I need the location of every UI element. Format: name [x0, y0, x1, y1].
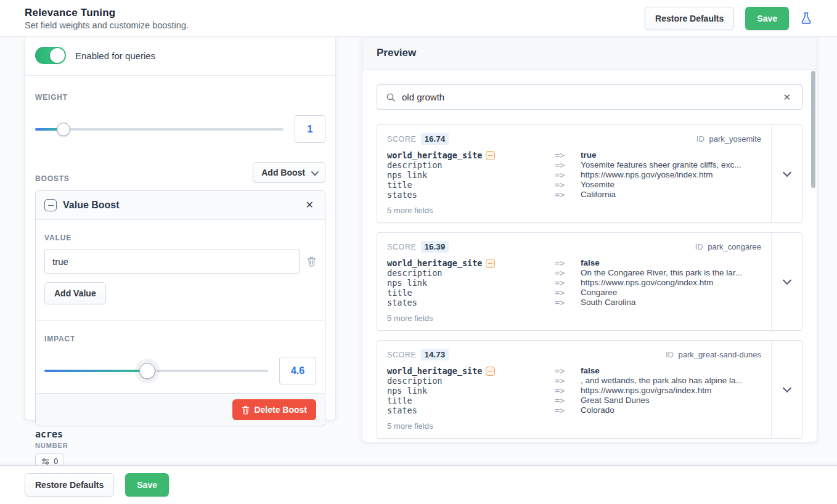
toggle-knob — [50, 48, 65, 63]
boosts-label: BOOSTS — [35, 174, 70, 183]
add-value-button[interactable]: Add Value — [44, 282, 106, 304]
trash-icon — [307, 256, 316, 267]
field-name: states — [387, 405, 417, 415]
enabled-for-queries-label: Enabled for queries — [75, 51, 155, 61]
arrow: => — [555, 386, 581, 396]
result-field-row: nps_link => https://www.nps.gov/cong/ind… — [387, 278, 761, 288]
value-boost-title: Value Boost — [63, 200, 297, 211]
field-name: states — [387, 298, 417, 307]
preview-search-box: ✕ — [377, 84, 802, 110]
value-boost-card: Value Boost ✕ VALUE Add Value IMPACT — [35, 190, 325, 426]
score-value: 16.39 — [421, 241, 449, 253]
impact-slider[interactable] — [44, 364, 268, 378]
page-header: Relevance Tuning Set field weights and c… — [0, 0, 837, 37]
close-boost-icon[interactable]: ✕ — [303, 199, 316, 211]
search-icon — [386, 92, 396, 102]
result-card: SCORE 16.39 ID park_congaree world_herit… — [377, 232, 802, 331]
result-field-row: title => Yosemite — [387, 180, 761, 190]
field-name: description — [387, 376, 442, 386]
arrow: => — [555, 258, 581, 268]
field-value: California — [581, 190, 761, 200]
more-fields-link[interactable]: 5 more fields — [387, 314, 761, 323]
result-field-row: nps_link => https://www.nps.gov/yose/ind… — [387, 170, 761, 180]
field-value: Yosemite features sheer granite cliffs, … — [581, 160, 761, 170]
restore-defaults-button[interactable]: Restore Defaults — [25, 473, 114, 497]
arrow: => — [555, 170, 581, 180]
enabled-for-queries-toggle[interactable] — [35, 47, 66, 64]
save-button[interactable]: Save — [745, 7, 789, 30]
field-name: title — [387, 396, 412, 405]
expand-result-button[interactable] — [771, 233, 802, 330]
arrow: => — [555, 278, 581, 288]
more-fields-link[interactable]: 5 more fields — [387, 206, 761, 215]
score-label: SCORE — [387, 351, 417, 359]
add-boost-button[interactable]: Add Boost — [253, 162, 325, 183]
bottom-action-bar: Restore Defaults Save — [0, 465, 837, 504]
more-fields-link[interactable]: 5 more fields — [387, 421, 761, 431]
field-value: Colorado — [581, 405, 761, 415]
score-value: 14.73 — [421, 349, 449, 360]
id-value: park_congaree — [708, 242, 761, 251]
boosted-field-icon — [486, 151, 495, 160]
arrow: => — [555, 405, 581, 415]
boosted-field-icon — [486, 367, 495, 376]
score-label: SCORE — [387, 243, 417, 251]
field-weight-value: 0 — [54, 457, 58, 466]
delete-boost-button[interactable]: Delete Boost — [232, 399, 316, 420]
sliders-icon — [41, 458, 50, 465]
arrow: => — [555, 160, 581, 170]
chevron-down-icon — [782, 384, 791, 392]
restore-defaults-button[interactable]: Restore Defaults — [645, 7, 734, 30]
save-button[interactable]: Save — [125, 473, 169, 497]
value-boost-icon — [44, 199, 57, 211]
field-name: world_heritage_site — [387, 366, 482, 376]
preview-panel: Preview ✕ SCORE 16.74 ID park_yosemite — [362, 37, 817, 442]
impact-slider-thumb[interactable] — [139, 363, 155, 379]
remove-value-button[interactable] — [307, 256, 316, 267]
result-card: SCORE 14.73 ID park_great-sand-dunes wor… — [377, 340, 802, 439]
preview-search-input[interactable] — [402, 92, 780, 102]
clear-search-icon[interactable]: ✕ — [780, 91, 793, 104]
field-name: title — [387, 288, 412, 298]
result-card: SCORE 16.74 ID park_yosemite world_herit… — [377, 124, 802, 223]
result-field-row: title => Great Sand Dunes — [387, 396, 761, 405]
chevron-down-icon — [311, 168, 319, 176]
field-name: world_heritage_site — [387, 258, 482, 268]
impact-value-box[interactable] — [279, 357, 316, 384]
arrow: => — [555, 288, 581, 298]
field-value: https://www.nps.gov/yose/index.htm — [581, 170, 761, 180]
field-name: title — [387, 180, 412, 190]
field-name: nps_link — [387, 278, 427, 288]
arrow: => — [555, 298, 581, 307]
id-label: ID — [696, 134, 704, 144]
arrow: => — [555, 268, 581, 278]
arrow: => — [555, 366, 581, 376]
id-value: park_great-sand-dunes — [679, 350, 761, 359]
weight-value-box[interactable] — [295, 115, 325, 143]
result-field-row: world_heritage_site => false — [387, 258, 761, 268]
id-value: park_yosemite — [709, 134, 761, 144]
field-value: On the Congaree River, this park is the … — [581, 268, 761, 278]
arrow: => — [555, 180, 581, 190]
impact-label: IMPACT — [44, 335, 316, 343]
next-field-acres: acres NUMBER 0 — [35, 429, 68, 469]
id-label: ID — [666, 350, 674, 359]
page-subtitle: Set field weights and customize boosting… — [25, 20, 189, 30]
field-name: nps_link — [387, 386, 427, 396]
arrow: => — [555, 396, 581, 405]
expand-result-button[interactable] — [771, 125, 802, 222]
field-name: states — [387, 190, 417, 200]
field-name: description — [387, 268, 442, 278]
weight-slider[interactable] — [35, 123, 284, 136]
field-value: https://www.nps.gov/grsa/index.htm — [581, 386, 761, 396]
weight-slider-thumb[interactable] — [57, 123, 70, 136]
arrow: => — [555, 190, 581, 200]
boost-value-input[interactable] — [44, 250, 300, 274]
result-field-row: states => South Carolina — [387, 298, 761, 307]
preview-scrollbar[interactable] — [811, 71, 815, 188]
query-tester-button[interactable] — [800, 12, 812, 25]
field-settings-panel: Enabled for queries WEIGHT BOOSTS Add Bo… — [25, 37, 336, 420]
boosted-field-icon — [486, 259, 495, 268]
expand-result-button[interactable] — [771, 341, 802, 438]
field-value: Congaree — [581, 288, 761, 298]
